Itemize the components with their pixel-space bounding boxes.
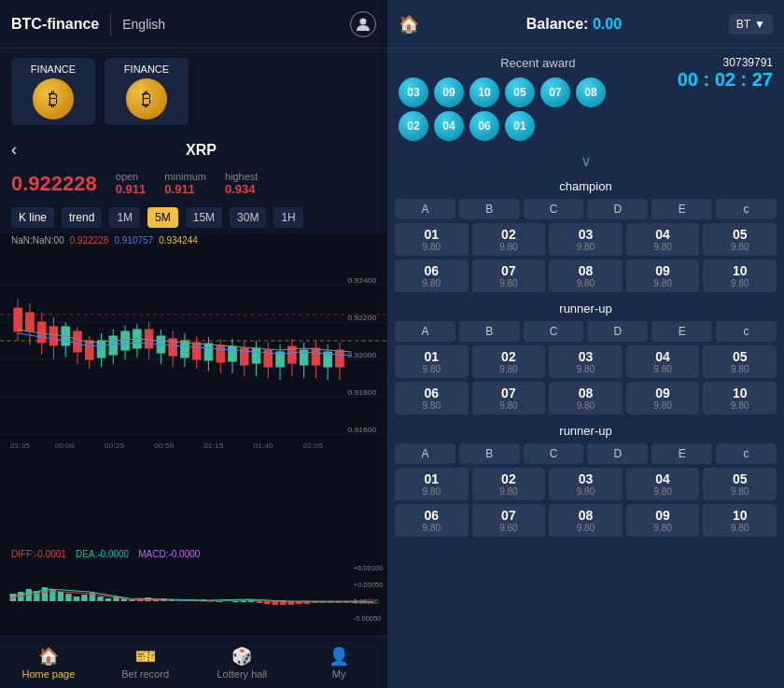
bet-cell[interactable]: 069.80	[395, 504, 469, 537]
open-value: 0.911	[116, 182, 147, 196]
bet-cell[interactable]: 089.80	[549, 504, 623, 537]
lottery-ball: 04	[434, 111, 464, 141]
trend-button[interactable]: trend	[62, 207, 102, 228]
coin-card-2[interactable]: FINANCE ₿	[105, 58, 189, 125]
bet-number: 04	[655, 471, 670, 486]
bet-cell[interactable]: 079.80	[472, 382, 546, 414]
bet-odds: 9.80	[731, 486, 749, 497]
bet-cell[interactable]: 089.80	[549, 382, 623, 414]
coins-row: FINANCE ₿ FINANCE ₿	[0, 49, 387, 134]
bet-cell[interactable]: 019.80	[395, 345, 469, 378]
expand-chevron[interactable]: ∨	[387, 148, 784, 174]
bet-odds: 9.80	[577, 364, 595, 374]
kline-button[interactable]: K line	[11, 207, 54, 228]
bet-number: 10	[733, 508, 748, 523]
bet-odds: 9.80	[653, 523, 671, 533]
bet-cell[interactable]: 109.80	[703, 504, 777, 537]
bet-cell[interactable]: 039.80	[549, 345, 623, 378]
bet-cell[interactable]: 029.80	[472, 223, 546, 256]
bet-number: 06	[425, 508, 440, 523]
bet-cell[interactable]: 099.80	[626, 260, 700, 292]
nav-my[interactable]: 👤 My	[290, 637, 387, 688]
svg-rect-18	[37, 322, 46, 343]
back-button[interactable]: ‹	[11, 140, 17, 160]
1h-button[interactable]: 1H	[273, 207, 302, 228]
bet-number: 10	[733, 263, 748, 278]
bet-cell[interactable]: 069.80	[395, 382, 469, 414]
recent-award-section: Recent award 030910050708 02040601 30739…	[387, 49, 784, 148]
balls-row-1: 030910050708	[399, 77, 678, 107]
15m-button[interactable]: 15M	[186, 207, 222, 228]
svg-rect-32	[217, 345, 225, 362]
bet-cell[interactable]: 029.80	[472, 468, 546, 500]
language-selector[interactable]: English	[122, 17, 165, 32]
chart-price2: 0.910757	[114, 235, 153, 246]
bet-header-row-0: ABCDEc	[395, 199, 777, 219]
bottom-nav: 🏠 Home page 🎫 Bet record 🎲 Lottery hall …	[0, 636, 387, 688]
countdown-timer: 00 : 02 : 27	[678, 69, 773, 91]
svg-rect-62	[252, 348, 260, 363]
coin-label-2: FINANCE	[124, 63, 169, 75]
svg-rect-104	[232, 601, 238, 602]
bet-cell[interactable]: 049.80	[626, 345, 700, 378]
bet-odds: 9.80	[423, 278, 441, 288]
lottery-ball: 05	[505, 77, 535, 107]
bet-cell[interactable]: 039.80	[549, 468, 623, 500]
svg-rect-107	[257, 601, 262, 603]
bet-cell[interactable]: 069.80	[395, 260, 469, 292]
bet-number: 05	[733, 471, 748, 486]
bet-cell[interactable]: 079.80	[472, 504, 546, 537]
lottery-ball: 02	[399, 111, 428, 141]
bet-cell[interactable]: 049.80	[626, 468, 700, 500]
current-price: 0.922228	[11, 172, 97, 196]
nav-bet-record[interactable]: 🎫 Bet record	[97, 637, 194, 688]
bet-cell[interactable]: 099.80	[626, 382, 700, 414]
bet-col-header: B	[459, 443, 520, 464]
lottery-ball: 01	[505, 111, 535, 141]
min-label: minimum	[164, 171, 206, 182]
ticket-id: 30739791	[678, 56, 773, 69]
bet-number: 02	[501, 227, 516, 242]
bet-cell[interactable]: 109.80	[703, 382, 777, 414]
right-home-icon[interactable]: 🏠	[399, 14, 419, 35]
bet-col-header: A	[395, 321, 455, 342]
bet-number: 04	[655, 349, 670, 364]
bt-button[interactable]: BT ▼	[729, 14, 773, 35]
bet-cell[interactable]: 059.80	[703, 223, 777, 256]
chart-info-line: NaN:NaN:00 0.922228 0.910757 0.934244	[0, 233, 387, 247]
bet-odds: 9.80	[423, 364, 441, 374]
nav-home[interactable]: 🏠 Home page	[0, 637, 97, 688]
bet-grid-1: 019.80029.80039.80049.80059.80069.80079.…	[395, 345, 777, 414]
bet-cell[interactable]: 049.80	[626, 223, 700, 256]
user-icon[interactable]	[350, 11, 376, 37]
bt-dropdown-icon: ▼	[754, 18, 765, 31]
svg-point-0	[360, 18, 367, 24]
recent-award-label: Recent award	[399, 56, 678, 70]
bet-header-row-2: ABCDEc	[395, 443, 777, 464]
lottery-ball: 06	[469, 111, 499, 141]
svg-rect-42	[336, 350, 344, 367]
bt-label: BT	[736, 18, 750, 31]
svg-text:0.92400: 0.92400	[347, 276, 376, 285]
bet-grid-2: 019.80029.80039.80049.80059.80069.80079.…	[395, 468, 777, 537]
bet-cell[interactable]: 099.80	[626, 504, 700, 537]
1m-button[interactable]: 1M	[109, 207, 140, 228]
bet-cell[interactable]: 039.80	[549, 223, 623, 256]
nav-lottery-hall[interactable]: 🎲 Lottery hall	[194, 637, 291, 688]
betting-section: championABCDEc019.80029.80039.80049.8005…	[387, 174, 784, 552]
coin-card-1[interactable]: FINANCE ₿	[11, 58, 95, 125]
bet-cell[interactable]: 089.80	[549, 260, 623, 292]
coin-icon-2: ₿	[126, 78, 167, 119]
5m-button[interactable]: 5M	[147, 207, 178, 228]
bet-cell[interactable]: 059.80	[703, 468, 777, 500]
bet-odds: 9.80	[731, 278, 749, 288]
bet-cell[interactable]: 079.80	[472, 260, 546, 292]
bet-cell[interactable]: 019.80	[395, 468, 469, 500]
bet-cell[interactable]: 059.80	[703, 345, 777, 378]
nav-lottery-label: Lottery hall	[217, 668, 267, 680]
bet-cell[interactable]: 019.80	[395, 223, 469, 256]
bet-cell[interactable]: 029.80	[472, 345, 546, 378]
section-title-1: runner-up	[395, 302, 777, 316]
30m-button[interactable]: 30M	[230, 207, 266, 228]
bet-cell[interactable]: 109.80	[703, 260, 777, 292]
